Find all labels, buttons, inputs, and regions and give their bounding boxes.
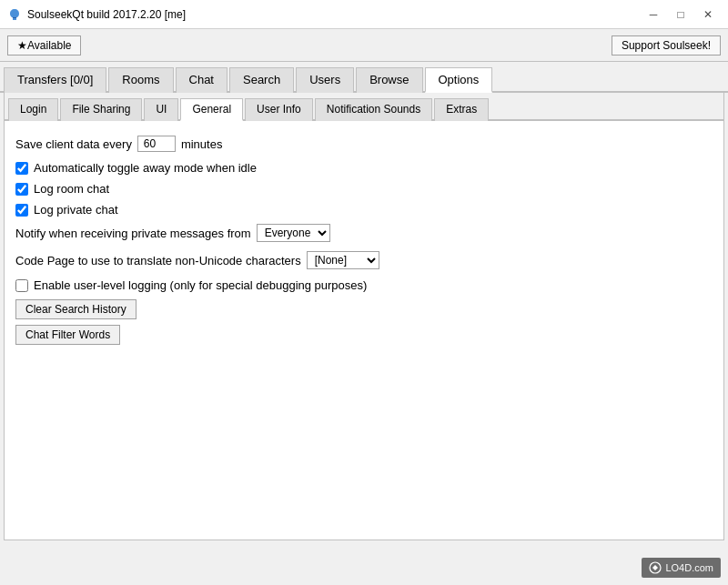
log-room-label: Log room chat — [34, 182, 109, 196]
auto-away-row: Automatically toggle away mode when idle — [15, 161, 713, 175]
notify-prefix-label: Notify when receiving private messages f… — [15, 227, 251, 240]
auto-away-label: Automatically toggle away mode when idle — [34, 161, 257, 175]
status-button[interactable]: ★Available — [7, 35, 81, 55]
subtab-extras[interactable]: Extras — [434, 98, 489, 121]
subtab-general[interactable]: General — [180, 98, 243, 121]
log-room-row: Log room chat — [15, 182, 713, 196]
log-room-checkbox[interactable] — [15, 183, 28, 196]
tab-rooms[interactable]: Rooms — [108, 67, 173, 93]
clear-search-history-button[interactable]: Clear Search History — [15, 299, 136, 319]
log-private-checkbox[interactable] — [15, 204, 28, 217]
user-logging-label: Enable user-level logging (only for spec… — [34, 278, 367, 292]
tab-search[interactable]: Search — [229, 67, 294, 93]
subtab-user-info[interactable]: User Info — [245, 98, 313, 121]
app-icon — [7, 7, 22, 22]
watermark-icon — [649, 561, 662, 574]
window-controls: ─ □ ✕ — [641, 5, 721, 25]
log-private-label: Log private chat — [34, 203, 118, 217]
subtab-file-sharing[interactable]: File Sharing — [60, 98, 142, 121]
watermark-label: LO4D.com — [665, 562, 713, 573]
save-client-interval-input[interactable] — [137, 136, 176, 152]
sub-tab-bar: Login File Sharing UI General User Info … — [5, 93, 723, 121]
watermark: LO4D.com — [642, 558, 721, 578]
close-button[interactable]: ✕ — [695, 5, 721, 25]
tab-chat[interactable]: Chat — [176, 67, 228, 93]
subtab-login[interactable]: Login — [8, 98, 58, 121]
notify-row: Notify when receiving private messages f… — [15, 224, 713, 242]
tab-options[interactable]: Options — [425, 67, 493, 93]
tab-users[interactable]: Users — [296, 67, 354, 93]
save-client-row: Save client data every minutes — [15, 136, 713, 152]
maximize-button[interactable]: □ — [668, 5, 693, 25]
code-page-select[interactable]: [None] UTF-8 Latin-1 — [307, 251, 379, 269]
tab-transfers[interactable]: Transfers [0/0] — [4, 67, 106, 93]
menu-bar: ★Available Support Soulseek! — [0, 29, 728, 62]
chat-filter-words-button[interactable]: Chat Filter Words — [15, 325, 120, 345]
log-private-row: Log private chat — [15, 203, 713, 217]
user-logging-row: Enable user-level logging (only for spec… — [15, 278, 713, 292]
minimize-button[interactable]: ─ — [641, 5, 666, 25]
main-content-area: Login File Sharing UI General User Info … — [4, 93, 724, 540]
window-title: SoulseekQt build 2017.2.20 [me] — [27, 8, 186, 21]
code-page-row: Code Page to use to translate non-Unicod… — [15, 251, 713, 269]
main-tab-bar: Transfers [0/0] Rooms Chat Search Users … — [0, 62, 728, 93]
subtab-ui[interactable]: UI — [144, 98, 178, 121]
action-buttons-area: Clear Search History Chat Filter Words — [15, 299, 713, 350]
save-client-prefix-label: Save client data every — [15, 137, 132, 151]
subtab-notification-sounds[interactable]: Notification Sounds — [315, 98, 432, 121]
code-page-prefix-label: Code Page to use to translate non-Unicod… — [15, 254, 301, 267]
tab-browse[interactable]: Browse — [356, 67, 422, 93]
auto-away-checkbox[interactable] — [15, 162, 28, 175]
support-button[interactable]: Support Soulseek! — [612, 35, 721, 55]
general-settings-panel: Save client data every minutes Automatic… — [5, 121, 723, 540]
user-logging-checkbox[interactable] — [15, 279, 28, 292]
notify-select[interactable]: Everyone Friends Nobody — [257, 224, 330, 242]
save-client-suffix-label: minutes — [181, 137, 223, 151]
title-bar: SoulseekQt build 2017.2.20 [me] ─ □ ✕ — [0, 0, 728, 29]
